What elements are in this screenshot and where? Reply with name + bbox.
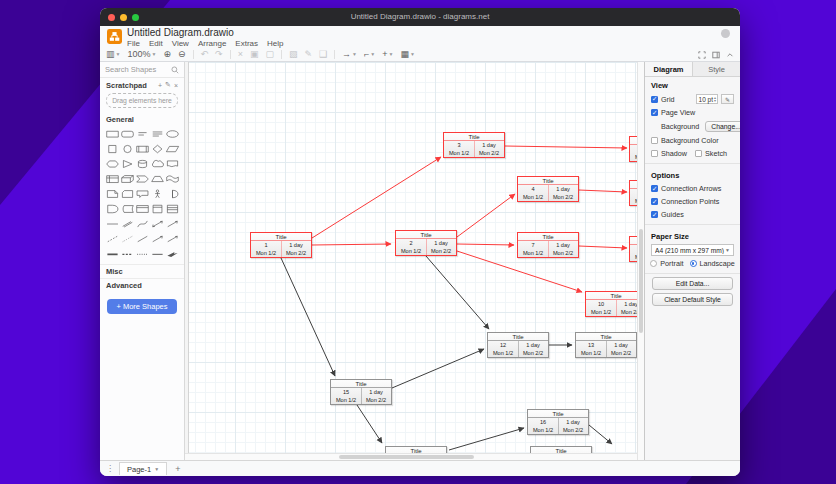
menu-help[interactable]: Help [267,40,283,48]
change-background-button[interactable]: Change... [705,121,740,132]
shape-line[interactable] [135,232,150,245]
pert-node-3[interactable]: Title31 dayMon 1/2Mon 2/2 [443,132,505,158]
redo-icon[interactable]: ↷ [215,50,223,59]
shape-process[interactable] [135,142,150,155]
menu-extras[interactable]: Extras [235,40,258,48]
pert-node-7[interactable]: Title71 dayMon 1/2Mon 2/2 [517,232,579,258]
pert-node-15[interactable]: Title151 dayMon 1/2Mon 2/2 [330,379,392,405]
edge-3-to-right[interactable] [505,146,627,148]
scratchpad-section-header[interactable]: Scratchpad + ✎ × [100,78,184,92]
shape-connector[interactable] [165,232,180,245]
portrait-radio[interactable] [650,260,657,267]
shape-trapezoid[interactable] [150,172,165,185]
zoom-level[interactable]: 100%▼ [127,50,156,59]
guides-checkbox[interactable] [651,211,658,218]
edge-16-to-B[interactable] [589,425,612,444]
shape-cube[interactable] [120,172,135,185]
shape-bidirectional-arrow[interactable] [150,217,165,230]
undo-icon[interactable]: ↶ [201,50,209,59]
shape-note[interactable] [105,187,120,200]
shape-step[interactable] [135,172,150,185]
waypoints-icon[interactable]: ⌐▼ [364,50,375,59]
shape-heading[interactable] [150,127,165,140]
shape-data-storage[interactable] [120,202,135,215]
notification-icon[interactable] [721,29,730,38]
paper-size-select[interactable]: A4 (210 mm x 297 mm) ▼ [651,244,734,256]
shape-rounded-rectangle[interactable] [120,127,135,140]
edge-2-to-12[interactable] [426,256,489,329]
fill-color-icon[interactable]: ▧ [289,50,298,59]
pert-node-1[interactable]: Title11 dayMon 1/2Mon 2/2 [250,232,312,258]
edge-4-to-right[interactable] [579,190,627,192]
edge-A-to-16[interactable] [449,428,524,450]
clear-default-style-button[interactable]: Clear Default Style [652,293,733,306]
shape-document[interactable] [165,157,180,170]
shadow-icon[interactable]: ❑ [319,50,327,59]
diagram-canvas[interactable]: Title11 dayMon 1/2Mon 2/2Title21 dayMon … [185,62,644,460]
connection-points-checkbox[interactable] [651,198,658,205]
landscape-radio[interactable] [690,260,697,267]
vertical-scrollbar[interactable] [637,62,644,460]
connection-arrows-checkbox[interactable] [651,185,658,192]
edge-1-to-3[interactable] [312,157,441,238]
shape-and[interactable] [105,202,120,215]
general-section-header[interactable]: General [100,112,184,126]
horizontal-scrollbar[interactable] [185,453,637,460]
pert-node-13[interactable]: Title131 dayMon 1/2Mon 2/2 [575,332,637,358]
shape-vertical-container[interactable] [150,202,165,215]
shape-search-input[interactable]: Search Shapes [100,62,184,78]
menu-arrange[interactable]: Arrange [198,40,226,48]
shape-label-line[interactable] [150,247,165,260]
edge-15-to-A[interactable] [357,405,382,443]
misc-section-header[interactable]: Misc [100,264,184,278]
shape-tape[interactable] [165,172,180,185]
shape-circle[interactable] [120,142,135,155]
shape-text[interactable] [135,127,150,140]
view-mode[interactable]: ▥▼ [106,50,120,59]
zoom-in-icon[interactable]: ⊕ [163,50,171,59]
scratchpad-close-icon[interactable]: × [174,82,178,89]
pert-node-4[interactable]: Title41 dayMon 1/2Mon 2/2 [517,176,579,202]
edge-1-to-2[interactable] [312,244,391,245]
pages-menu-icon[interactable]: ⋮ [106,464,114,473]
add-page-button[interactable]: + [172,464,183,474]
shape-arrow[interactable] [165,217,180,230]
more-shapes-button[interactable]: + More Shapes [107,299,177,314]
page-view-checkbox[interactable] [651,109,658,116]
shape-list[interactable] [165,202,180,215]
scratchpad-dropzone[interactable]: Drag elements here [106,93,178,108]
line-color-icon[interactable]: ✎ [304,50,312,59]
shape-or[interactable] [165,187,180,200]
background-color-checkbox[interactable] [651,137,658,144]
shape-bold-line[interactable] [105,247,120,260]
shape-link[interactable] [120,217,135,230]
delete-icon[interactable]: × [238,50,243,59]
shape-dashed-link[interactable] [120,247,135,260]
table-icon[interactable]: ▦▼ [400,50,414,59]
shape-dashed-line[interactable] [105,232,120,245]
shape-directional-connector[interactable] [150,232,165,245]
shape-container[interactable] [135,202,150,215]
page-tab[interactable]: Page-1 ▼ [119,462,167,475]
window-titlebar[interactable]: Untitled Diagram.drawio - diagrams.net [100,8,740,26]
edge-15-to-12[interactable] [392,349,484,388]
shape-square[interactable] [105,142,120,155]
shape-actor[interactable] [150,187,165,200]
shadow-checkbox[interactable] [651,150,658,157]
edit-data-button[interactable]: Edit Data... [652,277,733,290]
shape-cloud[interactable] [150,157,165,170]
shape-triangle[interactable] [120,157,135,170]
shape-ellipse[interactable] [165,127,180,140]
shape-internal-storage[interactable] [105,172,120,185]
pert-node-12[interactable]: Title121 dayMon 1/2Mon 2/2 [487,332,549,358]
shape-horizontal-line[interactable] [105,217,120,230]
to-front-icon[interactable]: ▣ [250,50,259,59]
edge-2-to-7[interactable] [457,244,514,245]
shape-curve[interactable] [135,217,150,230]
shape-rectangle[interactable] [105,127,120,140]
shape-parallelogram[interactable] [165,142,180,155]
scratchpad-add-icon[interactable]: + [158,82,162,89]
grid-checkbox[interactable] [651,96,658,103]
menu-file[interactable]: File [127,40,140,48]
sketch-checkbox[interactable] [695,150,702,157]
